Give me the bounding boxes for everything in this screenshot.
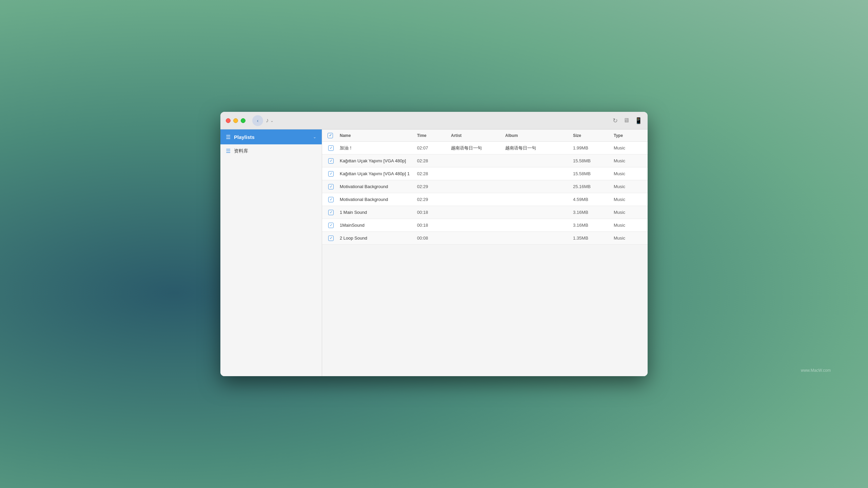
computer-icon[interactable]: 🖥 [623, 117, 629, 124]
playlists-header[interactable]: ☰ Playlists ⌄ [220, 129, 322, 144]
row-name-1: Kağıttan Uçak Yapımı [VGA 480p] [337, 158, 414, 163]
table-body: ✓ 加油！ 02:07 越南语每日一句 越南语每日一句 1.99MB Music… [322, 142, 648, 376]
row-size-5: 3.16MB [570, 210, 611, 215]
row-checkbox-2[interactable]: ✓ [325, 171, 337, 177]
close-button[interactable] [226, 118, 231, 123]
music-icon-area: ♪ ⌄ [266, 117, 274, 124]
library-icon: ☰ [226, 148, 231, 154]
refresh-icon[interactable]: ↻ [613, 117, 618, 124]
table-row[interactable]: ✓ Kağıttan Uçak Yapımı [VGA 480p] 02:28 … [322, 155, 648, 167]
row-checkbox-0[interactable]: ✓ [325, 145, 337, 151]
traffic-lights [226, 118, 245, 123]
row-size-0: 1.99MB [570, 145, 611, 150]
row-type-5: Music [611, 210, 645, 215]
row-size-3: 25.16MB [570, 184, 611, 189]
header-time[interactable]: Time [414, 133, 448, 138]
table-row[interactable]: ✓ Motivational Background 02:29 4.59MB M… [322, 193, 648, 206]
header-type[interactable]: Type [611, 133, 645, 138]
music-dropdown-chevron[interactable]: ⌄ [270, 118, 274, 123]
phone-icon[interactable]: 📱 [635, 117, 642, 124]
library-label: 资料库 [234, 148, 248, 154]
row-name-7: 2 Loop Sound [337, 236, 414, 241]
row-type-2: Music [611, 171, 645, 176]
row-size-1: 15.58MB [570, 158, 611, 163]
row-time-4: 02:29 [414, 197, 448, 202]
nav-area: ‹ ♪ ⌄ [252, 115, 274, 126]
row-name-3: Motivational Background [337, 184, 414, 189]
main-content: ✓ Name Time Artist Album Size Type ✓ 加油！… [322, 129, 648, 376]
table-row[interactable]: ✓ 1 Main Sound 00:18 3.16MB Music [322, 206, 648, 219]
row-time-7: 00:08 [414, 236, 448, 241]
table-row[interactable]: ✓ 加油！ 02:07 越南语每日一句 越南语每日一句 1.99MB Music [322, 142, 648, 155]
row-name-0: 加油！ [337, 145, 414, 151]
row-album-0: 越南语每日一句 [502, 145, 570, 151]
back-button[interactable]: ‹ [252, 115, 263, 126]
row-checkbox-1[interactable]: ✓ [325, 158, 337, 164]
sidebar: ☰ Playlists ⌄ ☰ 资料库 [220, 129, 322, 376]
header-name[interactable]: Name [337, 133, 414, 138]
row-checkbox-7[interactable]: ✓ [325, 236, 337, 241]
select-all-checkbox[interactable]: ✓ [328, 133, 333, 138]
row-time-5: 00:18 [414, 210, 448, 215]
row-time-0: 02:07 [414, 145, 448, 150]
playlists-label: Playlists [234, 134, 310, 140]
row-checkbox-3[interactable]: ✓ [325, 184, 337, 189]
content-area: ☰ Playlists ⌄ ☰ 资料库 ✓ Name Time Artist A… [220, 129, 648, 376]
row-size-4: 4.59MB [570, 197, 611, 202]
table-row[interactable]: ✓ Kağıttan Uçak Yapımı [VGA 480p] 1 02:2… [322, 167, 648, 180]
sidebar-item-library[interactable]: ☰ 资料库 [220, 144, 322, 158]
row-name-6: 1MainSound [337, 223, 414, 228]
minimize-button[interactable] [233, 118, 238, 123]
row-size-6: 3.16MB [570, 223, 611, 228]
row-name-5: 1 Main Sound [337, 210, 414, 215]
row-time-1: 02:28 [414, 158, 448, 163]
row-size-7: 1.35MB [570, 236, 611, 241]
maximize-button[interactable] [241, 118, 245, 123]
header-album[interactable]: Album [502, 133, 570, 138]
table-row[interactable]: ✓ Motivational Background 02:29 25.16MB … [322, 180, 648, 193]
row-name-2: Kağıttan Uçak Yapımı [VGA 480p] 1 [337, 171, 414, 176]
row-artist-0: 越南语每日一句 [448, 145, 502, 151]
titlebar: ‹ ♪ ⌄ ↻ 🖥 📱 [220, 112, 648, 129]
row-type-6: Music [611, 223, 645, 228]
table-header: ✓ Name Time Artist Album Size Type [322, 129, 648, 142]
row-checkbox-5[interactable]: ✓ [325, 210, 337, 215]
titlebar-right: ↻ 🖥 📱 [613, 117, 642, 124]
row-type-0: Music [611, 145, 645, 150]
header-artist[interactable]: Artist [448, 133, 502, 138]
table-row[interactable]: ✓ 1MainSound 00:18 3.16MB Music [322, 219, 648, 232]
row-type-7: Music [611, 236, 645, 241]
row-type-3: Music [611, 184, 645, 189]
row-type-4: Music [611, 197, 645, 202]
header-size[interactable]: Size [570, 133, 611, 138]
row-type-1: Music [611, 158, 645, 163]
list-icon: ☰ [226, 134, 231, 140]
row-time-6: 00:18 [414, 223, 448, 228]
row-name-4: Motivational Background [337, 197, 414, 202]
header-checkbox: ✓ [325, 133, 337, 138]
watermark: www.MacW.com [801, 368, 831, 373]
row-time-3: 02:29 [414, 184, 448, 189]
app-window: ‹ ♪ ⌄ ↻ 🖥 📱 ☰ Playlists ⌄ ☰ 资料库 [220, 112, 648, 376]
row-size-2: 15.58MB [570, 171, 611, 176]
playlists-chevron: ⌄ [313, 135, 316, 139]
table-row[interactable]: ✓ 2 Loop Sound 00:08 1.35MB Music [322, 232, 648, 245]
row-checkbox-4[interactable]: ✓ [325, 197, 337, 202]
row-time-2: 02:28 [414, 171, 448, 176]
music-note-icon: ♪ [266, 117, 269, 124]
row-checkbox-6[interactable]: ✓ [325, 223, 337, 228]
